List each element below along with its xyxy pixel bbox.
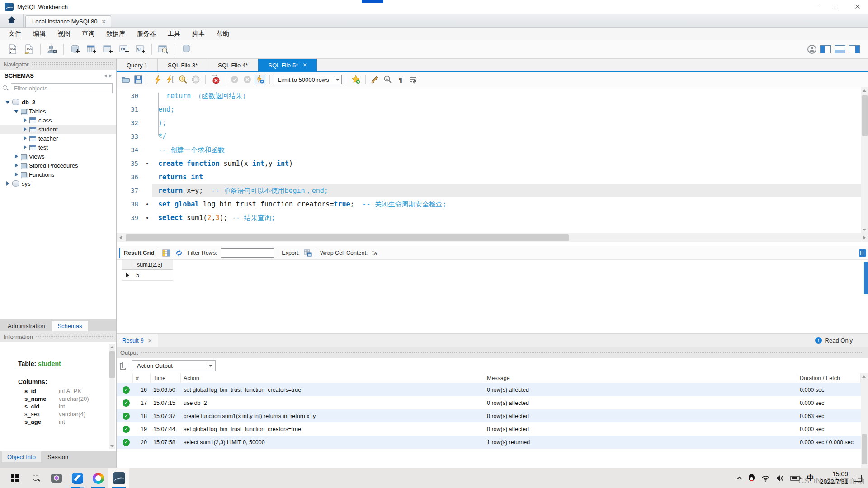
connection-tab[interactable]: Local instance MySQL80 ✕ bbox=[25, 15, 111, 27]
create-table-icon[interactable] bbox=[85, 44, 97, 55]
wrap-text-icon[interactable] bbox=[408, 75, 419, 84]
tree-item-db_2[interactable]: db_2 bbox=[0, 98, 116, 107]
show-invisibles-icon[interactable]: ¶ bbox=[395, 75, 406, 84]
menu-item-scripting[interactable]: 脚本 bbox=[186, 28, 211, 40]
tree-item-test[interactable]: test bbox=[0, 143, 116, 152]
filter-objects-input[interactable] bbox=[11, 83, 113, 93]
editor-tab-query-1[interactable]: Query 1 bbox=[117, 59, 158, 71]
maximize-button[interactable] bbox=[826, 0, 847, 14]
account-icon[interactable] bbox=[807, 45, 816, 54]
export-icon[interactable] bbox=[303, 249, 312, 257]
taskbar-messenger-app[interactable] bbox=[67, 468, 88, 488]
explain-plan-icon[interactable] bbox=[178, 75, 189, 84]
code-line[interactable]: 39●select sum1(2,3); -- 结果查询; bbox=[117, 211, 861, 225]
create-view-icon[interactable] bbox=[102, 44, 113, 55]
code-line[interactable]: 33*/ bbox=[117, 130, 861, 143]
create-function-icon[interactable]: f() bbox=[134, 44, 146, 55]
chevron-right-icon[interactable] bbox=[14, 154, 19, 159]
database-stack-icon[interactable] bbox=[180, 44, 192, 55]
taskbar-screenshot-app[interactable] bbox=[46, 468, 67, 488]
tree-item-class[interactable]: class bbox=[0, 116, 116, 125]
result-row[interactable]: 5 bbox=[122, 270, 868, 281]
start-button[interactable] bbox=[5, 468, 25, 488]
commit-icon[interactable] bbox=[229, 75, 240, 84]
toggle-right-panel-button[interactable] bbox=[849, 45, 860, 53]
tab-object-info[interactable]: Object Info bbox=[2, 451, 41, 462]
execute-sql-icon[interactable] bbox=[152, 75, 163, 84]
menu-item-edit[interactable]: 编辑 bbox=[27, 28, 52, 40]
row-limit-dropdown[interactable]: Limit to 50000 rows bbox=[274, 75, 342, 84]
toggle-bottom-panel-button[interactable] bbox=[835, 45, 845, 53]
editor-tab-sql-file-3-[interactable]: SQL File 3* bbox=[158, 59, 208, 71]
chevron-right-icon[interactable] bbox=[14, 163, 19, 168]
save-icon[interactable] bbox=[133, 75, 144, 84]
tree-item-functions[interactable]: Functions bbox=[0, 170, 116, 179]
editor-tab-sql-file-4-[interactable]: SQL File 4* bbox=[208, 59, 258, 71]
collapsed-panel-strip[interactable] bbox=[864, 262, 868, 294]
beautify-sql-icon[interactable] bbox=[370, 75, 381, 84]
tree-item-sys[interactable]: sys bbox=[0, 179, 116, 188]
chevron-right-icon[interactable] bbox=[5, 181, 10, 186]
editor-horizontal-scrollbar[interactable] bbox=[117, 233, 868, 242]
open-sql-script-icon[interactable]: SQL bbox=[23, 44, 35, 55]
new-sql-tab-icon[interactable]: SQL bbox=[7, 44, 19, 55]
filter-rows-input[interactable] bbox=[221, 248, 274, 258]
tree-item-student[interactable]: student bbox=[0, 125, 116, 134]
chevron-right-icon[interactable] bbox=[23, 127, 27, 131]
information-scrollbar[interactable] bbox=[109, 344, 115, 449]
output-row[interactable]: ✓2015:07:58select sum1(2,3) LIMIT 0, 500… bbox=[117, 436, 861, 449]
auto-commit-toggle-icon[interactable] bbox=[255, 75, 265, 84]
user-administration-icon[interactable] bbox=[46, 44, 58, 55]
close-button[interactable] bbox=[847, 0, 868, 14]
editor-tab-close-icon[interactable]: ✕ bbox=[302, 62, 307, 68]
result-cell[interactable]: 5 bbox=[133, 270, 173, 281]
chevron-down-icon[interactable] bbox=[5, 100, 10, 104]
code-line[interactable]: 37return x+y; -- 单条语句可以不使用begin，end; bbox=[117, 184, 861, 197]
output-row[interactable]: ✓1715:07:15use db_20 row(s) affected0.00… bbox=[117, 396, 861, 409]
taskbar-mysql-workbench[interactable] bbox=[108, 468, 129, 488]
sql-code-editor[interactable]: 30 return （函数返回结果）31end;32);33*/34-- 创建一… bbox=[117, 87, 868, 233]
create-schema-icon[interactable] bbox=[69, 44, 81, 55]
row-selector-corner[interactable] bbox=[122, 260, 133, 270]
stop-on-error-toggle-icon[interactable] bbox=[210, 75, 221, 84]
rollback-icon[interactable] bbox=[242, 75, 253, 84]
refresh-icon[interactable] bbox=[175, 249, 184, 257]
chevron-right-icon[interactable] bbox=[23, 136, 27, 141]
code-line[interactable]: 32); bbox=[117, 116, 861, 130]
menu-item-database[interactable]: 数据库 bbox=[100, 28, 131, 40]
stop-query-icon[interactable] bbox=[190, 75, 201, 84]
create-procedure-icon[interactable]: P¢ bbox=[118, 44, 130, 55]
chevron-down-icon[interactable] bbox=[14, 109, 19, 113]
code-line[interactable]: 36returns int bbox=[117, 170, 861, 184]
chevron-right-icon[interactable] bbox=[14, 172, 19, 177]
menu-item-file[interactable]: 文件 bbox=[3, 28, 27, 40]
output-scrollbar[interactable] bbox=[861, 373, 868, 468]
tree-item-views[interactable]: Views bbox=[0, 152, 116, 161]
chevron-right-icon[interactable] bbox=[23, 145, 27, 150]
find-icon[interactable]: A bbox=[382, 75, 393, 84]
tab-schemas[interactable]: Schemas bbox=[52, 321, 88, 331]
result-tab[interactable]: Result 9 ✕ bbox=[117, 334, 158, 347]
tree-item-stored-procedures[interactable]: Stored Procedures bbox=[0, 161, 116, 170]
chevron-right-icon[interactable] bbox=[23, 118, 27, 122]
output-view-dropdown[interactable]: Action Output bbox=[132, 360, 216, 371]
output-row[interactable]: ✓1815:07:37create function sum1(x int,y … bbox=[117, 409, 861, 422]
search-table-data-icon[interactable] bbox=[157, 44, 169, 55]
code-line[interactable]: 35●create function sum1(x int,y int) bbox=[117, 157, 861, 170]
qq-tray-icon[interactable] bbox=[748, 474, 755, 483]
code-line[interactable]: 34-- 创建一个求和函数 bbox=[117, 143, 861, 157]
execute-statement-icon[interactable] bbox=[165, 75, 176, 84]
taskbar-browser-app[interactable] bbox=[88, 468, 108, 488]
result-tab-close-icon[interactable]: ✕ bbox=[148, 338, 152, 343]
editor-vertical-scrollbar[interactable] bbox=[861, 87, 868, 233]
side-panel-toggle-icon[interactable] bbox=[859, 249, 866, 257]
tree-item-tables[interactable]: Tables bbox=[0, 107, 116, 116]
connection-tab-close-icon[interactable]: ✕ bbox=[102, 19, 106, 24]
menu-item-help[interactable]: 帮助 bbox=[211, 28, 235, 40]
code-line[interactable]: 30 return （函数返回结果） bbox=[117, 89, 861, 103]
tree-item-teacher[interactable]: teacher bbox=[0, 134, 116, 143]
tab-session[interactable]: Session bbox=[42, 451, 74, 462]
grid-view-icon[interactable] bbox=[162, 249, 171, 257]
output-row[interactable]: ✓1615:06:50set global log_bin_trust_func… bbox=[117, 383, 861, 396]
tray-overflow-icon[interactable] bbox=[736, 476, 742, 480]
